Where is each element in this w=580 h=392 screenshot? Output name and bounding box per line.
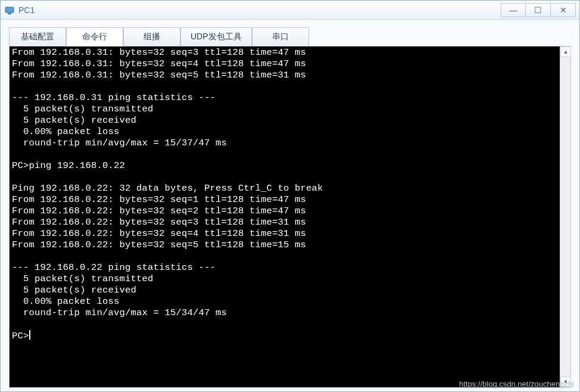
app-icon <box>4 5 15 15</box>
app-window: PC1 — ☐ ✕ 基础配置 命令行 组播 UDP发包工具 串口 From 19… <box>0 0 580 392</box>
tab-udp[interactable]: UDP发包工具 <box>180 27 252 46</box>
tab-label: 基础配置 <box>21 32 54 41</box>
scroll-up-button[interactable]: ▲ <box>560 46 571 57</box>
tab-multicast[interactable]: 组播 <box>123 27 180 46</box>
minimize-button[interactable]: — <box>501 3 526 17</box>
chevron-down-icon: ▼ <box>563 379 569 385</box>
client-area: 基础配置 命令行 组播 UDP发包工具 串口 From 192.168.0.31… <box>1 20 579 391</box>
close-button[interactable]: ✕ <box>551 3 576 17</box>
terminal-output[interactable]: From 192.168.0.31: bytes=32 seq=3 ttl=12… <box>10 46 560 387</box>
maximize-button[interactable]: ☐ <box>526 3 551 17</box>
scroll-down-button[interactable]: ▼ <box>560 377 571 387</box>
tab-serial[interactable]: 串口 <box>252 27 309 46</box>
close-icon: ✕ <box>560 5 567 15</box>
terminal-container: From 192.168.0.31: bytes=32 seq=3 ttl=12… <box>9 46 571 388</box>
svg-rect-0 <box>5 7 14 13</box>
minimize-icon: — <box>509 5 517 15</box>
window-title: PC1 <box>18 5 501 15</box>
tab-basic[interactable]: 基础配置 <box>9 27 66 46</box>
tab-cli[interactable]: 命令行 <box>66 27 123 46</box>
tab-label: 组播 <box>144 32 160 41</box>
svg-rect-1 <box>8 13 11 14</box>
tab-label: UDP发包工具 <box>191 32 242 41</box>
tab-bar: 基础配置 命令行 组播 UDP发包工具 串口 <box>9 27 571 46</box>
vertical-scrollbar[interactable]: ▲ ▼ <box>560 46 570 387</box>
maximize-icon: ☐ <box>534 5 542 15</box>
tab-label: 串口 <box>272 32 289 41</box>
window-buttons: — ☐ ✕ <box>501 3 576 17</box>
title-bar[interactable]: PC1 — ☐ ✕ <box>1 1 579 20</box>
chevron-up-icon: ▲ <box>563 49 569 55</box>
terminal-cursor <box>29 330 30 340</box>
tab-label: 命令行 <box>82 32 107 41</box>
